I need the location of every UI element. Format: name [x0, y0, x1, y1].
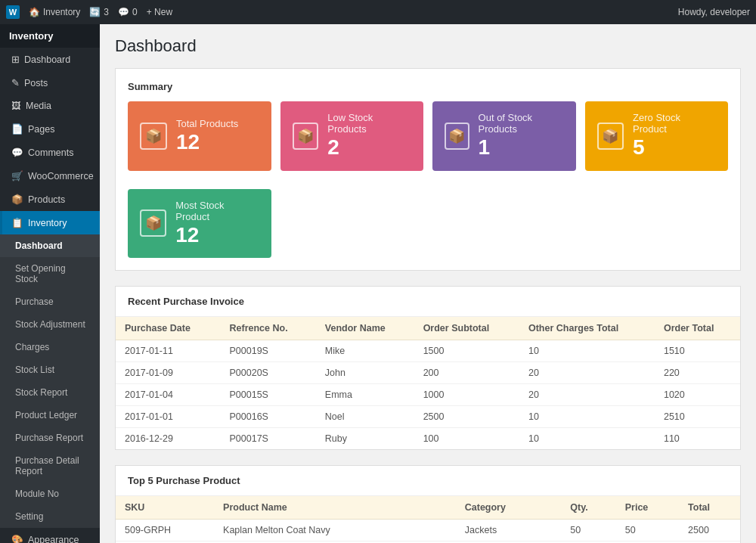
card-icon: 📦 [140, 209, 166, 237]
table-cell: Emma [316, 384, 414, 406]
table-cell: 2500 [414, 406, 519, 428]
inventory-submenu: Dashboard Set Opening Stock Purchase Sto… [0, 234, 100, 528]
submenu-item-set-opening-stock[interactable]: Set Opening Stock [0, 257, 100, 290]
sidebar-logo: Inventory [0, 24, 100, 48]
comments-icon: 💬 [11, 147, 23, 158]
recent-invoice-tbody: 2017-01-11P00019SMike15001015102017-01-0… [116, 340, 740, 450]
top-products-tbody: 509-GRPHKaplan Melton Coat NavyJackets50… [116, 520, 740, 543]
table-cell: 2017-01-04 [116, 384, 221, 406]
table-header-cell: Order Total [655, 317, 740, 340]
top-products-section: Top 5 Purchase Product SKUProduct NameCa… [115, 465, 741, 543]
table-cell: 2017-01-01 [116, 406, 221, 428]
table-row: 2017-01-09P00020SJohn20020220 [116, 362, 740, 384]
table-row: 2016-12-29P00017SRuby10010110 [116, 428, 740, 450]
table-cell: 50 [561, 520, 615, 541]
card-value: 12 [176, 129, 238, 155]
table-header-cell: Refrence No. [221, 317, 316, 340]
table-cell: P00020S [221, 362, 316, 384]
table-cell: P00015S [221, 384, 316, 406]
table-cell: P00017S [221, 428, 316, 450]
table-header-cell: Order Subtotal [414, 317, 519, 340]
submenu-item-purchase[interactable]: Purchase [0, 290, 100, 313]
recent-invoice-header-row: Purchase DateRefrence No.Vendor NameOrde… [116, 317, 740, 340]
table-cell: 509-GRPH [116, 520, 214, 541]
card-value: 1 [479, 135, 564, 160]
table-cell: 200 [414, 362, 519, 384]
sidebar-item-appearance[interactable]: 🎨 Appearance [0, 528, 100, 543]
stat-card-total-products: 📦 Total Products 12 [128, 101, 271, 171]
table-cell: 220 [655, 362, 740, 384]
admin-bar-site[interactable]: 🏠 Inventory [29, 7, 80, 17]
submenu-item-dashboard[interactable]: Dashboard [0, 234, 100, 257]
table-cell: 10 [519, 428, 655, 450]
appearance-icon: 🎨 [11, 534, 23, 543]
inventory-icon: 📋 [11, 217, 23, 228]
table-cell: 2017-01-11 [116, 340, 221, 362]
media-icon: 🖼 [11, 101, 21, 111]
sidebar-item-pages[interactable]: 📄 Pages [0, 117, 100, 141]
table-cell: Ruby [316, 428, 414, 450]
card-icon: 📦 [445, 123, 469, 150]
card-info: Low Stock Products 2 [327, 112, 411, 160]
recent-invoice-section: Recent Purchase Invoice Purchase DateRef… [115, 286, 741, 450]
card-info: Most Stock Product 12 [175, 200, 259, 248]
table-cell: 2017-01-09 [116, 362, 221, 384]
table-header-cell: Vendor Name [316, 317, 414, 340]
table-cell: 1020 [655, 384, 740, 406]
top-products-title: Top 5 Purchase Product [116, 466, 740, 496]
card-label: Total Products [176, 118, 238, 129]
summary-title: Summary [128, 81, 728, 92]
table-cell: 110 [655, 428, 740, 450]
table-header-cell: Product Name [214, 496, 456, 520]
sidebar-item-products[interactable]: 📦 Products [0, 188, 100, 211]
sidebar-item-dashboard[interactable]: ⊞ Dashboard [0, 48, 100, 71]
submenu-item-stock-list[interactable]: Stock List [0, 358, 100, 381]
posts-icon: ✎ [11, 77, 20, 88]
card-info: Out of Stock Products 1 [479, 112, 564, 160]
submenu-item-setting[interactable]: Setting [0, 505, 100, 528]
table-cell: 1000 [414, 384, 519, 406]
table-cell: 1500 [414, 340, 519, 362]
table-row: 2017-01-11P00019SMike1500101510 [116, 340, 740, 362]
table-header-cell: SKU [116, 496, 214, 520]
table-header-cell: Purchase Date [116, 317, 221, 340]
table-cell: P00019S [221, 340, 316, 362]
sidebar-item-media[interactable]: 🖼 Media [0, 95, 100, 117]
sidebar-item-inventory[interactable]: 📋 Inventory [0, 211, 100, 234]
card-icon: 📦 [140, 123, 167, 150]
table-cell: 2510 [655, 406, 740, 428]
submenu-item-purchase-detail[interactable]: Purchase Detail Report [0, 449, 100, 482]
card-info: Zero Stock Product 5 [633, 112, 716, 160]
card-label: Most Stock Product [175, 200, 259, 222]
sidebar-item-comments[interactable]: 💬 Comments [0, 141, 100, 164]
submenu-item-product-ledger[interactable]: Product Ledger [0, 404, 100, 427]
table-header-cell: Price [616, 496, 679, 520]
submenu-item-stock-adjustment[interactable]: Stock Adjustment [0, 313, 100, 336]
submenu-item-charges[interactable]: Charges [0, 336, 100, 358]
card-label: Out of Stock Products [479, 112, 564, 135]
table-cell: 100 [414, 428, 519, 450]
table-row: 509-GRPHKaplan Melton Coat NavyJackets50… [116, 520, 740, 541]
admin-bar-new[interactable]: + New [147, 7, 172, 17]
sidebar-item-woocommerce[interactable]: 🛒 WooCommerce [0, 164, 100, 188]
submenu-item-purchase-report[interactable]: Purchase Report [0, 427, 100, 449]
stat-card-most-stock: 📦 Most Stock Product 12 [128, 189, 271, 259]
table-row: 2017-01-04P00015SEmma1000201020 [116, 384, 740, 406]
admin-bar-comments[interactable]: 💬 0 [118, 7, 138, 17]
stat-card-out-of-stock: 📦 Out of Stock Products 1 [432, 101, 576, 171]
admin-bar-logo[interactable]: W [6, 5, 20, 19]
submenu-item-module-no[interactable]: Module No [0, 482, 100, 505]
table-cell: Noel [316, 406, 414, 428]
table-cell: 2500 [679, 520, 740, 541]
sidebar-item-posts[interactable]: ✎ Posts [0, 71, 100, 95]
card-label: Zero Stock Product [633, 112, 716, 135]
top-products-table: SKUProduct NameCategoryQty.PriceTotal 50… [116, 496, 740, 543]
table-cell: John [316, 362, 414, 384]
top-products-thead: SKUProduct NameCategoryQty.PriceTotal [116, 496, 740, 520]
submenu-item-stock-report[interactable]: Stock Report [0, 381, 100, 404]
admin-bar-updates[interactable]: 🔄 3 [89, 7, 109, 17]
table-header-cell: Qty. [561, 496, 615, 520]
page-title: Dashboard [115, 36, 741, 56]
stat-card-zero-stock: 📦 Zero Stock Product 5 [585, 101, 729, 171]
top-products-header-row: SKUProduct NameCategoryQty.PriceTotal [116, 496, 740, 520]
